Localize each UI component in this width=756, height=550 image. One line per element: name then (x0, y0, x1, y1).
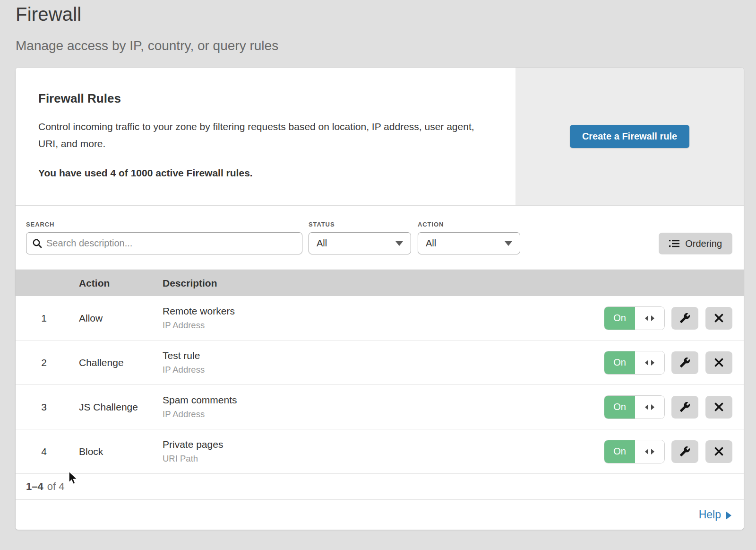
rule-controls: On (604, 351, 732, 374)
table-row: 4 Block Private pages URI Path On (16, 429, 744, 474)
page-title: Firewall (16, 4, 278, 25)
edit-rule-button[interactable] (671, 396, 698, 419)
rule-description-cell: Remote workers IP Address (163, 306, 604, 331)
rule-action: Allow (79, 313, 163, 324)
action-selected-value: All (426, 238, 436, 249)
intro-description: Control incoming traffic to your zone by… (38, 118, 487, 152)
search-box (26, 232, 302, 254)
table-row: 2 Challenge Test rule IP Address On (16, 340, 744, 385)
rule-description: Remote workers (163, 306, 604, 317)
delete-rule-button[interactable] (705, 307, 732, 330)
status-selected-value: All (317, 238, 327, 249)
toggle-on-label: On (604, 396, 635, 419)
ordering-button[interactable]: Ordering (659, 233, 732, 254)
wrench-icon (679, 313, 690, 323)
rule-controls: On (604, 396, 732, 419)
delete-rule-button[interactable] (705, 440, 732, 463)
toggle-on-label: On (604, 307, 635, 330)
rules-usage-text: You have used 4 of 1000 active Firewall … (38, 167, 487, 179)
left-right-arrows-icon (635, 440, 664, 463)
toggle-on-label: On (604, 351, 635, 374)
status-filter-group: STATUS All (309, 221, 411, 254)
intro-text-panel: Firewall Rules Control incoming traffic … (16, 68, 515, 205)
rule-priority: 2 (16, 357, 79, 368)
table-row: 1 Allow Remote workers IP Address On (16, 296, 744, 340)
search-icon (32, 238, 42, 248)
triangle-right-icon (726, 511, 731, 520)
rule-description: Spam comments (163, 394, 604, 406)
create-firewall-rule-button[interactable]: Create a Firewall rule (570, 125, 689, 148)
rule-toggle[interactable]: On (604, 440, 664, 463)
page-subtitle: Manage access by IP, country, or query r… (16, 38, 278, 53)
pagination-range: 1–4 (26, 480, 43, 493)
search-label: SEARCH (26, 221, 302, 228)
status-label: STATUS (309, 221, 411, 228)
rule-controls: On (604, 307, 732, 330)
chevron-down-icon (505, 241, 512, 246)
rule-toggle[interactable]: On (604, 307, 664, 330)
search-input[interactable] (46, 238, 296, 249)
wrench-icon (679, 402, 690, 412)
edit-rule-button[interactable] (671, 307, 698, 330)
intro-section: Firewall Rules Control incoming traffic … (16, 68, 744, 206)
column-header-action: Action (79, 278, 163, 289)
rule-description: Private pages (163, 439, 604, 450)
action-select[interactable]: All (418, 232, 520, 254)
rule-priority: 1 (16, 313, 79, 324)
x-icon (714, 358, 723, 367)
action-filter-group: ACTION All (418, 221, 520, 254)
delete-rule-button[interactable] (705, 351, 732, 374)
page-header: Firewall Manage access by IP, country, o… (16, 4, 278, 53)
rule-field: IP Address (163, 365, 604, 375)
left-right-arrows-icon (635, 351, 664, 374)
rule-field: IP Address (163, 320, 604, 331)
rule-priority: 3 (16, 402, 79, 413)
table-header: Action Description (16, 270, 744, 296)
action-label: ACTION (418, 221, 520, 228)
x-icon (714, 447, 723, 456)
left-right-arrows-icon (635, 396, 664, 419)
toggle-on-label: On (604, 440, 635, 463)
card-footer: Help (16, 500, 744, 530)
status-select[interactable]: All (309, 232, 411, 254)
rule-action: Challenge (79, 357, 163, 368)
x-icon (714, 402, 723, 411)
intro-action-panel: Create a Firewall rule (515, 68, 744, 205)
wrench-icon (679, 446, 690, 457)
column-header-description: Description (163, 278, 744, 289)
chevron-down-icon (395, 241, 403, 246)
edit-rule-button[interactable] (671, 440, 698, 463)
rule-description-cell: Private pages URI Path (163, 439, 604, 464)
x-icon (714, 314, 723, 323)
wrench-icon (679, 357, 690, 368)
help-link-label: Help (699, 508, 721, 521)
rule-action: JS Challenge (79, 402, 163, 413)
ordering-button-label: Ordering (685, 238, 722, 249)
edit-rule-button[interactable] (671, 351, 698, 374)
rule-description: Test rule (163, 350, 604, 361)
ordered-list-icon (669, 239, 679, 248)
rule-description-cell: Test rule IP Address (163, 350, 604, 375)
rule-field: URI Path (163, 454, 604, 464)
left-right-arrows-icon (635, 307, 664, 330)
rule-controls: On (604, 440, 732, 463)
pagination-total: of 4 (47, 480, 65, 493)
intro-heading: Firewall Rules (38, 91, 487, 106)
rule-field: IP Address (163, 409, 604, 419)
rule-priority: 4 (16, 446, 79, 457)
rule-description-cell: Spam comments IP Address (163, 394, 604, 419)
firewall-rules-card: Firewall Rules Control incoming traffic … (16, 68, 744, 530)
table-row: 3 JS Challenge Spam comments IP Address … (16, 385, 744, 429)
pagination-bar: 1–4 of 4 (16, 474, 744, 500)
rule-action: Block (79, 446, 163, 457)
filters-bar: SEARCH STATUS All ACTION All (16, 206, 744, 270)
help-link[interactable]: Help (699, 508, 731, 521)
rule-toggle[interactable]: On (604, 396, 664, 419)
search-filter-group: SEARCH (26, 221, 302, 254)
rule-toggle[interactable]: On (604, 351, 664, 374)
delete-rule-button[interactable] (705, 396, 732, 419)
